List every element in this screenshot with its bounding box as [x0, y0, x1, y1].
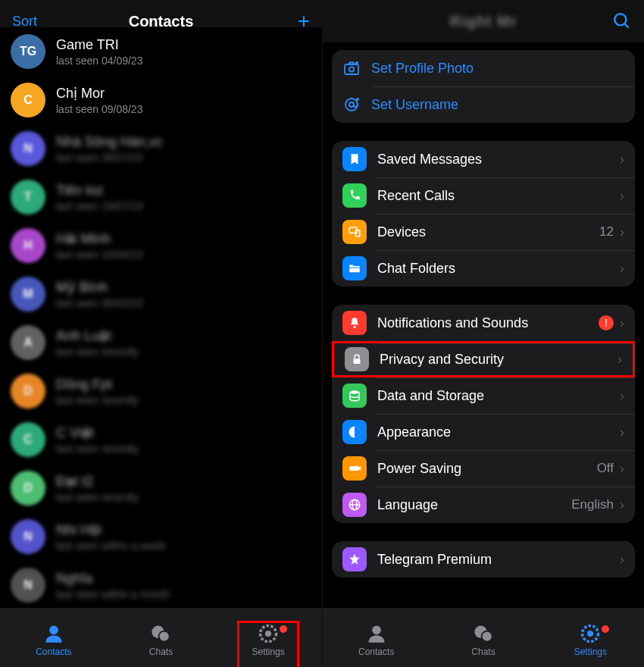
contact-row[interactable]: TGGame TRIlast seen 04/09/23	[0, 27, 322, 76]
contact-status: last seen recently	[56, 394, 139, 406]
chats-icon	[470, 622, 496, 645]
contact-row[interactable]: NNhi Hộilast seen within a week	[0, 512, 322, 561]
contact-text: C Việtlast seen recently	[56, 424, 139, 455]
contact-text: Dũng Fptlast seen recently	[56, 377, 139, 406]
contact-text: Đạt t2last seen recently	[56, 473, 139, 503]
svg-rect-19	[354, 359, 361, 364]
contact-row[interactable]: MMỹ Bìnhlast seen 06/02/23	[0, 270, 322, 318]
search-icon	[612, 11, 632, 31]
tab-contacts[interactable]: Contacts	[20, 622, 88, 657]
contact-name: C Việt	[56, 424, 139, 441]
settings-row-devices[interactable]: Devices12›	[332, 214, 635, 250]
avatar: D	[11, 374, 45, 409]
devices-icon	[342, 220, 367, 244]
tab-contacts[interactable]: Contacts	[342, 622, 411, 657]
settings-row-notif[interactable]: Notifications and Sounds!›	[332, 305, 635, 341]
svg-point-29	[482, 631, 492, 641]
contact-status: last seen 19/07/23	[56, 200, 142, 212]
set-profile-photo[interactable]: Set Profile Photo	[332, 50, 635, 86]
avatar: T	[11, 180, 45, 215]
contacts-icon	[41, 622, 67, 645]
contact-name: Game TRI	[56, 37, 142, 53]
tab-bar: ContactsChatsSettings	[0, 608, 322, 667]
settings-row-saved[interactable]: Saved Messages›	[332, 141, 635, 177]
chevron-right-icon: ›	[620, 261, 624, 277]
row-label: Language	[377, 497, 571, 513]
set-username[interactable]: Set Username	[332, 86, 635, 123]
tab-settings[interactable]: Settings	[556, 622, 624, 657]
tab-chats[interactable]: Chats	[127, 622, 195, 657]
disk-icon	[342, 384, 367, 408]
contact-row[interactable]: DĐạt t2last seen recently	[0, 464, 322, 512]
settings-row-recent[interactable]: Recent Calls›	[332, 177, 635, 214]
svg-point-31	[587, 630, 593, 636]
settings-body[interactable]: Set Profile Photo Set Username Saved Mes…	[323, 42, 644, 608]
tab-settings[interactable]: Settings	[234, 622, 302, 657]
row-label: Notifications and Sounds	[377, 315, 599, 331]
search-button[interactable]	[612, 11, 632, 31]
settings-row-appear[interactable]: Appearance›	[332, 414, 635, 450]
settings-row-power[interactable]: Power SavingOff›	[332, 450, 635, 487]
contact-row[interactable]: CC Việtlast seen recently	[0, 415, 322, 464]
tab-label: Chats	[149, 647, 173, 657]
row-label: Recent Calls	[377, 188, 620, 204]
contact-row[interactable]: TTiên lozlast seen 19/07/23	[0, 173, 322, 221]
row-label: Saved Messages	[377, 152, 620, 168]
phone-icon	[342, 183, 367, 208]
contacts-list[interactable]: TGGame TRIlast seen 04/09/23CChị Morlast…	[0, 27, 322, 608]
chevron-right-icon: ›	[620, 552, 624, 568]
settings-row-data[interactable]: Data and Storage›	[332, 377, 635, 414]
chevron-right-icon: ›	[620, 461, 624, 477]
contact-status: last seen within a month	[56, 588, 170, 600]
settings-row-privacy[interactable]: Privacy and Security›	[332, 341, 635, 377]
row-label: Power Saving	[377, 461, 597, 477]
contact-row[interactable]: NNghĩalast seen within a month	[0, 561, 322, 608]
row-label: Privacy and Security	[380, 352, 617, 368]
settings-row-folders[interactable]: Chat Folders›	[332, 250, 635, 287]
settings-row-premium[interactable]: Telegram Premium›	[332, 541, 635, 578]
svg-point-27	[372, 625, 381, 634]
contact-text: Game TRIlast seen 04/09/23	[56, 37, 142, 67]
contact-status: last seen recently	[56, 443, 139, 455]
contact-text: Hải Minhlast seen 10/04/23	[56, 230, 142, 261]
contact-row[interactable]: CChị Morlast seen 09/08/23	[0, 76, 322, 124]
contact-name: Chị Mor	[56, 85, 142, 102]
contacts-icon	[364, 622, 389, 645]
chevron-right-icon: ›	[620, 152, 624, 168]
avatar: N	[11, 131, 45, 166]
settings-badge	[600, 624, 611, 634]
contact-name: Tiên loz	[56, 183, 142, 199]
row-label: Devices	[377, 224, 599, 240]
contact-status: last seen within a week	[56, 540, 165, 552]
settings-group-prefs: Notifications and Sounds!›Privacy and Se…	[332, 305, 635, 523]
chevron-right-icon: ›	[620, 188, 624, 204]
contact-name: Nhà Sông Hàn,vc	[56, 134, 163, 150]
add-contact-button[interactable]: +	[298, 11, 310, 32]
contact-row[interactable]: NNhà Sông Hàn,vclast seen 26/07/23	[0, 124, 322, 173]
globe-icon	[342, 493, 367, 517]
avatar: N	[11, 568, 45, 603]
settings-group-premium: Telegram Premium›	[332, 541, 635, 578]
tab-chats[interactable]: Chats	[449, 622, 517, 657]
contact-row[interactable]: AAnh Luậtlast seen recently	[0, 318, 322, 367]
contact-name: Dũng Fpt	[56, 377, 139, 393]
svg-point-18	[354, 326, 356, 328]
row-label: Appearance	[377, 424, 620, 440]
contact-row[interactable]: DDũng Fptlast seen recently	[0, 367, 322, 415]
sort-button[interactable]: Sort	[12, 14, 37, 30]
at-plus-icon	[342, 96, 361, 114]
contact-status: last seen 10/04/23	[56, 249, 142, 261]
contact-row[interactable]: HHải Minhlast seen 10/04/23	[0, 221, 322, 270]
star-icon	[342, 547, 367, 571]
chats-icon	[148, 622, 174, 645]
contact-name: Nghĩa	[56, 571, 170, 587]
contact-status: last seen recently	[56, 491, 139, 503]
contact-status: last seen 09/08/23	[56, 103, 142, 115]
avatar: C	[11, 83, 45, 117]
bookmark-icon	[342, 147, 367, 171]
settings-row-lang[interactable]: LanguageEnglish›	[332, 487, 635, 523]
settings-screen: Right Mr Set Profile Photo Set Username …	[322, 0, 644, 667]
row-detail: Off	[597, 461, 614, 476]
tab-bar: ContactsChatsSettings	[323, 608, 644, 667]
settings-group-main: Saved Messages›Recent Calls›Devices12›Ch…	[332, 141, 635, 287]
